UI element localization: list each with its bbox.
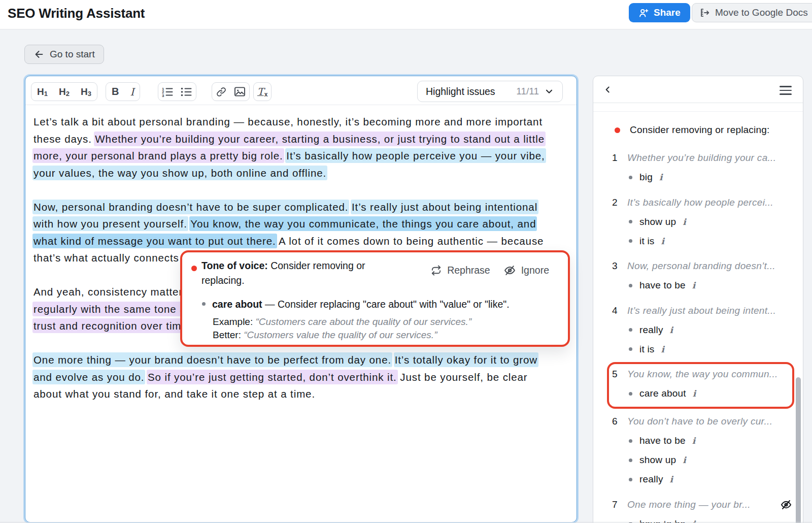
info-icon[interactable]: i: [670, 474, 673, 484]
issue-sentence[interactable]: Whether you’re building your ca...: [627, 152, 776, 164]
share-person-plus-icon: [638, 8, 649, 18]
issue-sentence[interactable]: Now, personal branding doesn’t...: [627, 260, 775, 272]
editor-line: about what you stand for, and take it on…: [33, 385, 569, 403]
info-icon[interactable]: i: [659, 172, 662, 182]
chevron-down-icon: [544, 86, 554, 96]
move-label: Move to Google Docs: [715, 7, 808, 18]
h3-button[interactable]: H3: [75, 83, 97, 101]
issue-word[interactable]: really: [639, 324, 663, 336]
issue-suggestion: — Consider replacing "care about" with "…: [262, 299, 510, 310]
highlighted-sentence[interactable]: trust and recognition over time.: [32, 318, 192, 333]
issue-word[interactable]: really: [639, 474, 663, 485]
bullet-dot: [202, 302, 206, 306]
go-to-start-button[interactable]: Go to start: [24, 45, 104, 64]
issue-sentence[interactable]: It’s basically how people percei...: [627, 197, 773, 208]
highlight-issues-label: Highlight issues: [426, 86, 495, 97]
bold-button[interactable]: B: [106, 83, 124, 101]
issue-word[interactable]: big: [639, 172, 653, 183]
issue-word: care about: [212, 299, 262, 310]
bullet-dot: [629, 284, 632, 287]
svg-text:3: 3: [162, 93, 164, 97]
issue-sentence-row[interactable]: 3Now, personal branding doesn’t...: [612, 256, 789, 276]
issue-word-row[interactable]: have to bei: [612, 431, 789, 450]
issue-sentence[interactable]: You don’t have to be overly cur...: [627, 416, 772, 427]
issue-item-3: 3Now, personal branding doesn’t...have t…: [612, 256, 789, 295]
info-icon[interactable]: i: [683, 455, 686, 465]
rephrase-label: Rephrase: [447, 265, 490, 276]
h1-button[interactable]: H1: [31, 83, 53, 101]
issue-word-row[interactable]: it isi: [612, 340, 789, 359]
h2-button[interactable]: H2: [53, 83, 75, 101]
highlighted-sentence[interactable]: Now, personal branding doesn’t have to b…: [32, 200, 349, 214]
highlighted-sentence[interactable]: It’s basically how people perceive you —…: [285, 148, 546, 163]
issue-word-row[interactable]: bigi: [612, 168, 789, 187]
chevron-left-icon[interactable]: [603, 85, 612, 94]
issue-word-row[interactable]: show upi: [612, 212, 789, 232]
info-icon[interactable]: i: [683, 217, 686, 227]
issue-word[interactable]: have to be: [639, 435, 686, 446]
editor-text: A lot of it comes down to being authenti…: [276, 235, 544, 247]
issue-word-row[interactable]: care abouti: [612, 384, 789, 403]
highlighted-sentence[interactable]: your values, the way you show up, both o…: [32, 166, 327, 180]
issue-word-row[interactable]: it isi: [612, 232, 789, 251]
highlighted-sentence[interactable]: One more thing — your brand doesn’t have…: [32, 352, 392, 367]
issue-word[interactable]: show up: [639, 454, 676, 466]
highlighted-sentence[interactable]: You know, the way you communicate, the t…: [189, 216, 537, 231]
issue-number: 2: [612, 197, 627, 208]
eye-slash-icon[interactable]: [780, 499, 792, 511]
highlighted-sentence[interactable]: more, your personal brand plays a pretty…: [32, 148, 284, 163]
issue-word-row[interactable]: have to bei: [612, 276, 789, 295]
issue-word-row[interactable]: reallyi: [612, 320, 789, 340]
issue-sentence-row[interactable]: 6You don’t have to be overly cur...: [612, 412, 789, 431]
issue-number: 1: [612, 152, 627, 164]
issue-word[interactable]: show up: [639, 216, 676, 227]
image-button[interactable]: [230, 83, 249, 101]
issue-word[interactable]: it is: [639, 236, 655, 247]
issue-sentence-row[interactable]: 2It’s basically how people percei...: [612, 193, 789, 212]
info-icon[interactable]: i: [661, 236, 664, 246]
highlight-issues-dropdown[interactable]: Highlight issues 11/11: [417, 81, 563, 102]
info-icon[interactable]: i: [670, 325, 673, 335]
highlighted-sentence[interactable]: what kind of message you want to put out…: [32, 234, 277, 248]
bullet-list-button[interactable]: [177, 83, 196, 101]
issue-sentence-row[interactable]: 5You know, the way you commun...: [612, 365, 789, 384]
menu-icon[interactable]: [780, 86, 792, 95]
highlighted-sentence[interactable]: Whether you’re building your career, sta…: [94, 132, 546, 146]
issue-word[interactable]: have to be: [639, 280, 686, 291]
ignore-button[interactable]: Ignore: [503, 264, 549, 277]
issue-word[interactable]: it is: [639, 344, 655, 355]
ordered-list-button[interactable]: 123: [158, 83, 177, 101]
clear-formatting-button[interactable]: Tx: [254, 83, 271, 101]
example-text: “Customers care about the quality of our…: [255, 316, 471, 327]
page-title: SEO Writing Assistant: [8, 6, 145, 21]
highlighted-sentence[interactable]: and evolve as you do.: [32, 370, 145, 384]
move-to-google-docs-button[interactable]: Move to Google Docs: [692, 3, 812, 22]
share-button[interactable]: Share: [629, 3, 690, 22]
italic-button[interactable]: I: [124, 83, 140, 101]
issue-sentence[interactable]: You know, the way you commun...: [627, 369, 778, 380]
highlighted-sentence[interactable]: with how you present yourself.: [32, 216, 188, 231]
editor-line: Now, personal branding doesn’t have to b…: [33, 199, 569, 216]
issue-word-row[interactable]: reallyi: [612, 470, 789, 489]
info-icon[interactable]: i: [693, 388, 696, 399]
rephrase-icon: [430, 265, 442, 276]
highlighted-sentence[interactable]: So if you’re just getting started, don’t…: [147, 370, 398, 384]
highlighted-sentence[interactable]: It’s really just about being intentional: [351, 200, 538, 214]
highlighted-sentence[interactable]: It’s totally okay for it to grow: [394, 352, 538, 367]
link-button[interactable]: [212, 83, 230, 101]
issue-sentence-row[interactable]: 4It’s really just about being intent...: [612, 301, 789, 320]
issue-word[interactable]: care about: [639, 388, 686, 399]
editor-paragraph: Let’s talk a bit about personal branding…: [33, 113, 569, 181]
window-bottom-edge: [0, 522, 812, 522]
issue-sentence-row[interactable]: 1Whether you’re building your ca...: [612, 148, 789, 168]
rephrase-button[interactable]: Rephrase: [430, 264, 490, 277]
editor-text: Let’s talk a bit about personal branding…: [33, 116, 543, 127]
info-icon[interactable]: i: [661, 344, 664, 354]
issue-word-row[interactable]: show upi: [612, 450, 789, 470]
issue-sentence-row[interactable]: 7One more thing — your br...: [612, 495, 789, 514]
issue-sentence[interactable]: One more thing — your br...: [627, 499, 751, 510]
info-icon[interactable]: i: [692, 280, 695, 290]
info-icon[interactable]: i: [692, 436, 695, 446]
sidebar-scrollbar[interactable]: [796, 377, 801, 523]
issue-sentence[interactable]: It’s really just about being intent...: [627, 305, 776, 316]
